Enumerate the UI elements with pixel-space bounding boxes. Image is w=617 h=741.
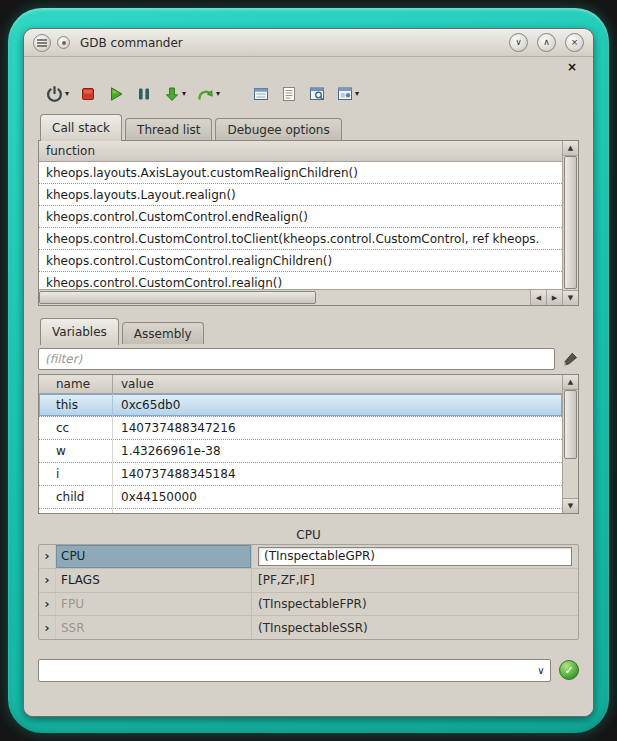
combo-dropdown-icon[interactable]: ∨: [532, 665, 550, 676]
variables-header: name value: [39, 375, 562, 394]
expand-chevron-icon[interactable]: ›: [39, 569, 56, 592]
tab-assembly[interactable]: Assembly: [122, 322, 204, 344]
window-title: GDB commander: [80, 36, 183, 50]
variable-value: 1.43266961e-38: [113, 440, 562, 462]
cpu-row-value: [PF,ZF,IF]: [252, 569, 578, 592]
callstack-tabbar: Call stack Thread list Debugee options: [38, 114, 579, 140]
callstack-row[interactable]: kheops.control.CustomControl.realignChil…: [39, 250, 562, 272]
filter-brush-icon[interactable]: [562, 351, 579, 368]
expand-chevron-icon[interactable]: ›: [39, 616, 56, 639]
variable-row[interactable]: w 1.43266961e-38: [39, 440, 562, 463]
callstack-vscrollbar[interactable]: ▲ ▼: [562, 141, 578, 305]
stop-button[interactable]: [76, 80, 100, 108]
tab-variables[interactable]: Variables: [40, 318, 119, 345]
scroll-up-icon[interactable]: ▲: [563, 141, 578, 156]
cpu-row[interactable]: › CPU (TInspectableGPR): [39, 545, 578, 569]
cpu-row[interactable]: › FLAGS [PF,ZF,IF]: [39, 569, 578, 593]
callstack-column-header[interactable]: function: [39, 141, 562, 162]
dock-close-icon[interactable]: ×: [565, 61, 579, 73]
scroll-right-icon[interactable]: ▶: [546, 290, 562, 305]
step-into-dropdown-icon[interactable]: ▾: [182, 90, 186, 98]
variable-name: w: [39, 440, 113, 462]
command-combobox[interactable]: ∨: [38, 659, 551, 682]
callstack-hscrollbar[interactable]: ◀ ▶: [39, 289, 562, 305]
vscroll-thumb[interactable]: [564, 390, 577, 459]
variable-name: child: [39, 486, 113, 508]
callstack-row[interactable]: kheops.layouts.AxisLayout.customRealignC…: [39, 162, 562, 184]
cpu-value-editor[interactable]: (TInspectableGPR): [258, 547, 572, 566]
variable-name: b: [39, 509, 113, 513]
step-over-button[interactable]: ▾: [193, 80, 223, 108]
client-area: × ▾: [24, 57, 593, 716]
variables-list: this 0xc65db0 cc 140737488347216 w 1.432…: [39, 394, 562, 513]
scroll-down-icon[interactable]: ▼: [563, 498, 578, 513]
tab-thread-list[interactable]: Thread list: [125, 118, 212, 140]
window-frame: GDB commander ∨ ∧ × × ▾: [8, 8, 609, 733]
scroll-left-icon[interactable]: ◀: [530, 290, 546, 305]
cpu-row-value: (TInspectableGPR): [252, 545, 578, 568]
window-menu-icon[interactable]: [33, 34, 51, 52]
maximize-button[interactable]: ∧: [537, 33, 556, 52]
cpu-row-value: (TInspectableFPR): [252, 593, 578, 616]
tools-view-button[interactable]: ▾: [333, 80, 362, 108]
titlebar[interactable]: GDB commander ∨ ∧ ×: [24, 29, 593, 57]
pause-button[interactable]: [132, 80, 156, 108]
frames-view-button[interactable]: [249, 80, 273, 108]
command-input[interactable]: [39, 660, 532, 681]
variable-value: 140737488345184: [113, 463, 562, 485]
pin-icon[interactable]: [57, 36, 70, 49]
callstack-row[interactable]: kheops.control.CustomControl.realign(): [39, 272, 562, 289]
cpu-row-name[interactable]: FLAGS: [56, 569, 252, 592]
close-button[interactable]: ×: [565, 33, 584, 52]
variable-value: 140737488347216: [113, 417, 562, 439]
variable-row[interactable]: i 140737488345184: [39, 463, 562, 486]
callstack-row[interactable]: kheops.control.CustomControl.endRealign(…: [39, 206, 562, 228]
variable-name: i: [39, 463, 113, 485]
cpu-inspector: › CPU (TInspectableGPR) › FLAGS [PF,ZF,I…: [38, 544, 579, 640]
step-over-dropdown-icon[interactable]: ▾: [216, 90, 220, 98]
variable-name: cc: [39, 417, 113, 439]
tab-debugee-options[interactable]: Debugee options: [215, 118, 341, 140]
step-into-button[interactable]: ▾: [160, 80, 189, 108]
variable-row[interactable]: b 1.43266961e-38: [39, 509, 562, 513]
variable-value: 0xc65db0: [113, 394, 562, 416]
variable-value: 1.43266961e-38: [113, 509, 562, 513]
hscroll-thumb[interactable]: [39, 291, 316, 304]
shade-button[interactable]: ∨: [509, 33, 528, 52]
filter-input[interactable]: [38, 348, 555, 370]
run-button[interactable]: [104, 80, 128, 108]
column-header-name[interactable]: name: [39, 375, 113, 393]
close-icon: ×: [571, 38, 579, 47]
vscroll-thumb[interactable]: [564, 156, 577, 289]
power-button[interactable]: ▾: [42, 80, 72, 108]
power-dropdown-icon[interactable]: ▾: [65, 90, 69, 98]
expand-chevron-icon[interactable]: ›: [39, 593, 56, 616]
cpu-row-name[interactable]: SSR: [56, 616, 252, 639]
watches-view-button[interactable]: [305, 80, 329, 108]
variable-name: this: [39, 394, 113, 416]
callstack-panel: function kheops.layouts.AxisLayout.custo…: [38, 140, 579, 306]
variable-row[interactable]: this 0xc65db0: [39, 394, 562, 417]
cpu-row-name[interactable]: FPU: [56, 593, 252, 616]
window-controls: ∨ ∧ ×: [509, 33, 584, 52]
ok-button[interactable]: ✓: [559, 660, 579, 680]
expand-chevron-icon[interactable]: ›: [39, 545, 56, 568]
scroll-down-icon[interactable]: ▼: [563, 290, 578, 305]
variable-row[interactable]: child 0x44150000: [39, 486, 562, 509]
tools-dropdown-icon[interactable]: ▾: [355, 90, 359, 98]
messages-view-button[interactable]: [277, 80, 301, 108]
filter-row: [38, 344, 579, 374]
tab-call-stack[interactable]: Call stack: [40, 114, 122, 141]
cpu-row-name[interactable]: CPU: [56, 545, 252, 568]
variable-value: 0x44150000: [113, 486, 562, 508]
variable-row[interactable]: cc 140737488347216: [39, 417, 562, 440]
column-header-value[interactable]: value: [113, 375, 562, 393]
callstack-list: kheops.layouts.AxisLayout.customRealignC…: [39, 162, 562, 289]
cpu-row[interactable]: › FPU (TInspectableFPR): [39, 593, 578, 617]
variables-vscrollbar[interactable]: ▲ ▼: [562, 375, 578, 513]
debug-toolbar: ▾: [38, 74, 579, 114]
cpu-row[interactable]: › SSR (TInspectableSSR): [39, 616, 578, 639]
scroll-up-icon[interactable]: ▲: [563, 375, 578, 390]
callstack-row[interactable]: kheops.control.CustomControl.toClient(kh…: [39, 228, 562, 250]
callstack-row[interactable]: kheops.layouts.Layout.realign(): [39, 184, 562, 206]
